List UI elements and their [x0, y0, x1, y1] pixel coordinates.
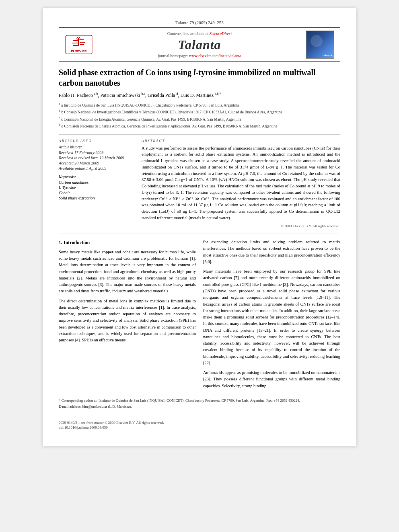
keywords-block: Keywords: Carbon nanotubes L-Tyrosine Co… [59, 175, 135, 200]
abstract-paragraph: A study was performed to assess the perf… [142, 145, 340, 221]
page-footer: 0039-9140/$ – see front matter © 2009 El… [59, 418, 340, 429]
abstract-col: ABSTRACT A study was performed to assess… [142, 139, 340, 229]
divider [59, 234, 340, 234]
intro-para-2: The direct determination of metal ions i… [59, 298, 196, 344]
affiliation-b: b b Consejo Nacional de Investigaciones … [59, 109, 340, 115]
keyword-1: Carbon nanotubes [59, 180, 135, 185]
intro-para-4: Many materials have been employed by our… [203, 268, 340, 366]
info-abstract-section: ARTICLE INFO Article history: Received 1… [59, 134, 340, 229]
svg-rect-5 [80, 42, 85, 43]
svg-rect-6 [73, 45, 78, 46]
svg-rect-2 [73, 40, 78, 41]
abstract-text: A study was performed to assess the perf… [142, 145, 340, 229]
footnote-section: * Corresponding author at: Instituto de … [59, 396, 340, 410]
journal-top-line: Talanta 79 (2009) 249–253 [59, 20, 340, 25]
section1-heading: 1. Introduction [59, 239, 196, 246]
svg-text:ELSEVIER: ELSEVIER [71, 49, 87, 53]
available-date: Available online 1 April 2009 [59, 166, 135, 170]
svg-rect-1 [78, 38, 79, 46]
body-col-left: 1. Introduction Some heavy metals like c… [59, 239, 196, 392]
intro-para-3: for extending detection limits and solvi… [203, 239, 340, 265]
title-part1: Solid phase extraction of Co ions using [59, 68, 193, 77]
affiliation-d: d d Comisión Nacional de Energía Atómica… [59, 123, 340, 129]
journal-citation: Talanta 79 (2009) 249–253 [175, 20, 223, 25]
body-section: 1. Introduction Some heavy metals like c… [59, 239, 340, 392]
corresp-note: * Corresponding author at: Instituto de … [59, 398, 340, 404]
authors-line: Pablo H. Pacheco a,b, Patricia Smichowsk… [59, 92, 340, 99]
affiliation-a: a a Instituto de Química de San Luis (IN… [59, 102, 340, 108]
svg-rect-3 [80, 39, 84, 40]
keyword-3: Cobalt [59, 191, 135, 195]
accepted-date: Accepted 20 March 2009 [59, 161, 135, 165]
homepage-url[interactable]: www.elsevier.com/locate/talanta [189, 53, 241, 58]
article-title: Solid phase extraction of Co ions using … [59, 67, 340, 88]
revised-date: Received in revised form 19 March 2009 [59, 156, 135, 160]
elsevier-logo-icon: ELSEVIER [65, 35, 93, 55]
talanta-cover-image: talanta [306, 31, 334, 59]
history-heading: Article history: [59, 145, 135, 149]
affiliations-block: a a Instituto de Química de San Luis (IN… [59, 102, 340, 129]
journal-name-area: Contents lists available at ScienceDirec… [99, 31, 300, 58]
journal-cover-area: talanta [300, 31, 340, 59]
journal-title: Talanta [99, 37, 300, 52]
body-col-right: for extending detection limits and solvi… [203, 239, 340, 392]
abstract-label: ABSTRACT [142, 139, 340, 143]
email-note: E-mail address: ldm@unsl.edu.ar (L.D. Ma… [59, 404, 340, 410]
article-history-block: Article history: Received 17 February 20… [59, 145, 135, 170]
doi-note: doi:10.1016/j.talanta.2009.03.050 [59, 425, 340, 429]
elsevier-logo-area: ELSEVIER [59, 35, 99, 55]
intro-para-5: Aminoacids appear as promising molecules… [203, 370, 340, 389]
intro-para-1: Some heavy metals like copper and cobalt… [59, 249, 196, 295]
sciencedirect-link[interactable]: ScienceDirect [210, 31, 232, 36]
svg-rect-7 [80, 44, 84, 45]
article-info-label: ARTICLE INFO [59, 139, 135, 143]
license-note: 0039-9140/$ – see front matter © 2009 El… [59, 421, 340, 425]
cover-label: talanta [323, 53, 332, 57]
keyword-4: Solid phase extraction [59, 196, 135, 200]
journal-homepage: journal homepage: www.elsevier.com/locat… [99, 53, 300, 58]
svg-rect-4 [72, 43, 78, 43]
journal-header: ELSEVIER Contents lists available at Sci… [59, 27, 340, 62]
contents-available-line: Contents lists available at ScienceDirec… [99, 31, 300, 36]
keywords-heading: Keywords: [59, 175, 135, 179]
page: Talanta 79 (2009) 249–253 ELSEVIER [43, 8, 356, 446]
article-title-section: Solid phase extraction of Co ions using … [59, 67, 340, 129]
affiliation-c: c c Comisión Nacional de Energía Atómica… [59, 116, 340, 122]
keyword-2: L-Tyrosine [59, 185, 135, 190]
article-info-col: ARTICLE INFO Article history: Received 1… [59, 139, 135, 229]
copyright-notice: © 2009 Elsevier B.V. All rights reserved… [142, 224, 340, 229]
received-date: Received 17 February 2009 [59, 150, 135, 155]
